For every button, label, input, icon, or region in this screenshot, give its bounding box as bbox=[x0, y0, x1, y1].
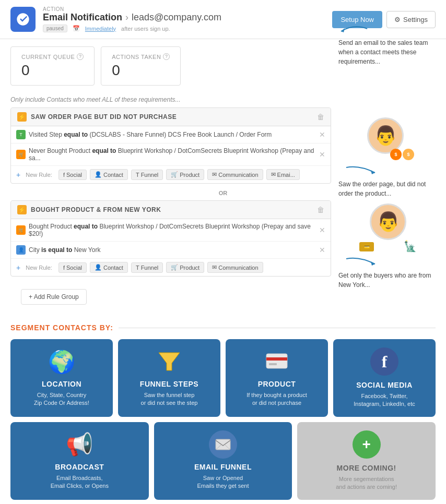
rule-group-1-header-left: ⚡ SAW ORDER PAGE BUT DID NOT PURCHASE bbox=[17, 112, 177, 122]
segment-card-social[interactable]: f SOCIAL MEDIA Facebook, Twitter, Instag… bbox=[333, 339, 436, 417]
facebook-icon-1: f bbox=[63, 172, 65, 178]
tag-social-1[interactable]: f Social bbox=[58, 170, 87, 180]
comm-icon-2: ✉ bbox=[212, 264, 217, 271]
rule-badge-visited: T bbox=[16, 130, 26, 139]
add-rule-group-button[interactable]: + Add Rule Group bbox=[21, 289, 87, 305]
product-card-icon bbox=[263, 347, 291, 376]
rule-close-1b[interactable]: ✕ bbox=[319, 150, 325, 159]
product-icon-2: 🛒 bbox=[171, 264, 178, 271]
rule-text-1a: Visited Step equal to (DCSLABS - Share F… bbox=[29, 131, 316, 138]
annotation-text-1: Send an email to the sales team when a c… bbox=[338, 38, 438, 66]
broadcast-card-desc: Email Broadcasts, Email Clicks, or Opens bbox=[17, 474, 143, 490]
current-queue-label: CURRENT QUEUE ? bbox=[21, 53, 84, 60]
rule-row-1b: 🛒 Never Bought Product equal to Blueprin… bbox=[11, 143, 331, 166]
rule-text-2a: Bought Product equal to Blueprint Worksh… bbox=[29, 223, 316, 237]
new-rule-label-2: New Rule: bbox=[26, 265, 52, 271]
funnel-steps-card-desc: Saw the funnel step or did not see the s… bbox=[124, 391, 214, 407]
segment-section: SEGMENT CONTACTS BY: 🌍 LOCATION City, St… bbox=[0, 313, 446, 504]
location-icon: 🌍 bbox=[48, 347, 76, 376]
rule-close-1a[interactable]: ✕ bbox=[319, 130, 325, 139]
segment-card-product[interactable]: PRODUCT If they bought a product or did … bbox=[226, 339, 328, 417]
svg-rect-5 bbox=[266, 357, 287, 361]
segment-card-location[interactable]: 🌍 LOCATION City, State, Country Zip Code… bbox=[10, 339, 113, 417]
location-card-desc: City, State, Country Zip Code Or Address… bbox=[17, 391, 107, 407]
segment-card-more-coming: + MORE COMING! More segementations and a… bbox=[297, 422, 436, 500]
tag-contact-1[interactable]: 👤 Contact bbox=[90, 169, 128, 180]
segment-card-email-funnel[interactable]: EMAIL FUNNEL Saw or Opened Emails they g… bbox=[154, 422, 292, 500]
app-logo-icon bbox=[10, 7, 36, 32]
actions-info-icon[interactable]: ? bbox=[163, 53, 170, 60]
rule-group-1-header: ⚡ SAW ORDER PAGE BUT DID NOT PURCHASE 🗑 bbox=[11, 108, 331, 126]
comm-icon-1: ✉ bbox=[212, 171, 217, 178]
tag-email-1[interactable]: ✉ Emai... bbox=[266, 169, 300, 180]
more-coming-card-desc: More segementations and actions are comi… bbox=[303, 475, 429, 491]
new-rule-label-1: New Rule: bbox=[26, 172, 52, 178]
rule-group-1: ⚡ SAW ORDER PAGE BUT DID NOT PURCHASE 🗑 … bbox=[10, 107, 331, 184]
actions-taken-label: ACTIONS TAKEN ? bbox=[112, 53, 170, 60]
tag-funnel-2[interactable]: T Funnel bbox=[131, 262, 163, 273]
page-title: Email Notification › leads@company.com bbox=[43, 12, 332, 23]
add-rule-plus-2[interactable]: + bbox=[16, 263, 20, 272]
segment-card-broadcast[interactable]: 📢 BROADCAST Email Broadcasts, Email Clic… bbox=[10, 422, 149, 500]
contact-icon-1: 👤 bbox=[95, 171, 102, 178]
rule-close-2a[interactable]: ✕ bbox=[319, 226, 325, 234]
credit-card-icon: 💳 bbox=[359, 242, 374, 251]
rule-text-1b: Never Bought Product equal to Blueprint … bbox=[29, 147, 316, 162]
ny-icon: 🗽 bbox=[404, 240, 417, 253]
rule-row-2a: 🛒 Bought Product equal to Blueprint Work… bbox=[11, 219, 331, 242]
tag-communication-1[interactable]: ✉ Communication bbox=[207, 169, 263, 180]
queue-info-icon[interactable]: ? bbox=[77, 53, 84, 60]
rule-close-2b[interactable]: ✕ bbox=[319, 246, 325, 254]
more-coming-card-title: MORE COMING! bbox=[303, 464, 429, 472]
breadcrumb-arrow: › bbox=[125, 12, 128, 23]
timing-link[interactable]: Immediately bbox=[85, 26, 116, 32]
add-rule-plus-1[interactable]: + bbox=[16, 171, 20, 179]
email-funnel-card-desc: Saw or Opened Emails they get sent bbox=[160, 474, 286, 490]
new-rule-row-1: + New Rule: f Social 👤 Contact T Funnel … bbox=[11, 166, 331, 183]
facebook-icon-2: f bbox=[63, 265, 65, 271]
tag-contact-2[interactable]: 👤 Contact bbox=[90, 262, 128, 273]
calendar-icon: 📅 bbox=[73, 25, 80, 32]
svg-rect-7 bbox=[216, 439, 230, 450]
new-rule-row-2: + New Rule: f Social 👤 Contact T Funnel … bbox=[11, 259, 331, 276]
rule-group-2: ⚡ BOUGHT PRODUCT & FROM NEW YORK 🗑 🛒 Bou… bbox=[10, 200, 331, 277]
rule-group-2-delete[interactable]: 🗑 bbox=[317, 206, 324, 214]
annotation-text-2: Saw the order page, but did not order th… bbox=[338, 179, 438, 198]
actions-taken-box: ACTIONS TAKEN ? 0 bbox=[101, 46, 181, 86]
right-annotations: Send an email to the sales team when a c… bbox=[338, 21, 438, 98]
tag-product-2[interactable]: 🛒 Product bbox=[166, 262, 204, 273]
segment-card-funnel-steps[interactable]: FUNNEL STEPS Saw the funnel step or did … bbox=[118, 339, 220, 417]
tag-product-1[interactable]: 🛒 Product bbox=[166, 169, 204, 180]
action-label: ACTION bbox=[43, 6, 332, 12]
rule-group-1-delete[interactable]: 🗑 bbox=[317, 113, 324, 121]
rule-group-2-header: ⚡ BOUGHT PRODUCT & FROM NEW YORK 🗑 bbox=[11, 201, 331, 219]
tag-funnel-1[interactable]: T Funnel bbox=[131, 170, 163, 180]
current-queue-box: CURRENT QUEUE ? 0 bbox=[10, 46, 95, 86]
product-icon-1: 🛒 bbox=[171, 171, 178, 178]
funnel-steps-card-title: FUNNEL STEPS bbox=[124, 380, 214, 388]
coin-illustration-1: $ $ bbox=[390, 149, 414, 160]
social-card-desc: Facebook, Twitter, Instagram, LinkedIn, … bbox=[339, 392, 429, 409]
broadcast-icon: 📢 bbox=[65, 430, 93, 459]
location-card-title: LOCATION bbox=[17, 380, 107, 388]
segment-grid-bottom: 📢 BROADCAST Email Broadcasts, Email Clic… bbox=[10, 422, 436, 500]
svg-rect-4 bbox=[266, 354, 287, 368]
rule-badge-product: 🛒 bbox=[16, 150, 26, 159]
lightning-icon-2: ⚡ bbox=[17, 205, 27, 214]
actions-taken-value: 0 bbox=[112, 62, 170, 79]
funnel-icon-2: T bbox=[136, 265, 139, 271]
rule-text-2b: City is equal to New York bbox=[29, 246, 316, 254]
svg-marker-0 bbox=[341, 28, 345, 32]
social-media-icon: f bbox=[370, 347, 398, 376]
social-card-title: SOCIAL MEDIA bbox=[339, 381, 429, 389]
lightning-icon-1: ⚡ bbox=[17, 112, 27, 122]
header-info: ACTION Email Notification › leads@compan… bbox=[43, 6, 332, 32]
rule-group-2-title: BOUGHT PRODUCT & FROM NEW YORK bbox=[31, 206, 161, 213]
status-badge: paused bbox=[43, 25, 67, 32]
product-card-title: PRODUCT bbox=[232, 380, 322, 388]
email-funnel-card-title: EMAIL FUNNEL bbox=[160, 463, 286, 471]
tag-social-2[interactable]: f Social bbox=[58, 262, 87, 273]
annotation-area-2: 👨 $ $ Saw the order page, but did not or… bbox=[338, 117, 438, 198]
more-coming-icon: + bbox=[353, 430, 381, 459]
tag-communication-2[interactable]: ✉ Communication bbox=[207, 262, 263, 273]
